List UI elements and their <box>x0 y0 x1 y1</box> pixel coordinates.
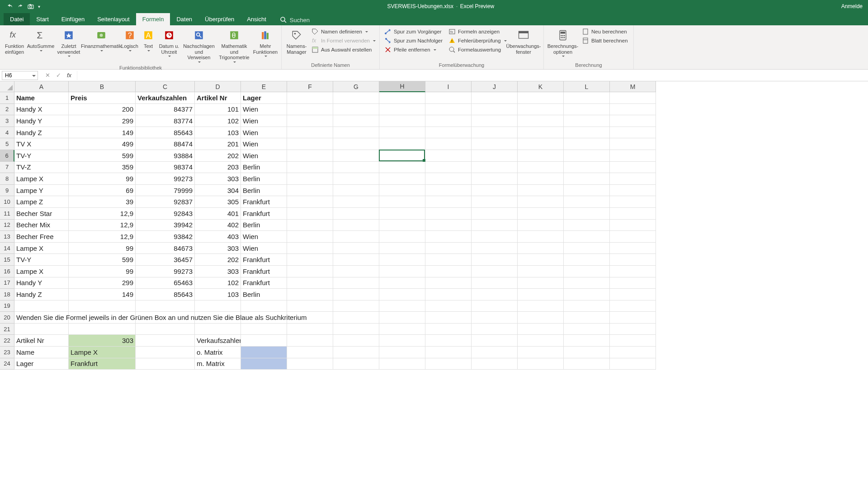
calculate-sheet-button[interactable]: Blatt berechnen <box>580 36 631 45</box>
name-manager-button[interactable]: Namens-Manager <box>284 27 309 56</box>
row-header-13[interactable]: 13 <box>0 231 14 243</box>
cell[interactable] <box>425 173 472 185</box>
column-header-F[interactable]: F <box>287 81 333 92</box>
undo-icon[interactable] <box>6 3 14 10</box>
cell[interactable]: Preis <box>69 92 136 104</box>
cell[interactable]: Handy Y <box>14 115 69 127</box>
cell[interactable] <box>518 115 564 127</box>
cell[interactable] <box>610 254 656 266</box>
cell[interactable]: Name <box>14 347 69 358</box>
column-header-H[interactable]: H <box>379 81 425 92</box>
cell[interactable] <box>472 347 518 358</box>
cell[interactable] <box>472 358 518 370</box>
row-header-3[interactable]: 3 <box>0 115 14 127</box>
cell[interactable]: 149 <box>69 127 136 139</box>
cell[interactable] <box>287 173 333 185</box>
cell[interactable] <box>333 220 379 231</box>
cell[interactable] <box>333 266 379 277</box>
cell[interactable]: 65463 <box>136 277 195 289</box>
tab-start[interactable]: Start <box>30 13 55 25</box>
cell[interactable]: 92843 <box>136 208 195 220</box>
create-from-selection-button[interactable]: Aus Auswahl erstellen <box>310 45 377 54</box>
cell[interactable] <box>333 289 379 300</box>
cell[interactable]: Wien <box>241 231 287 243</box>
cell[interactable] <box>425 208 472 220</box>
cell[interactable]: Wien <box>241 138 287 150</box>
row-header-18[interactable]: 18 <box>0 289 14 300</box>
cell[interactable] <box>610 324 656 335</box>
row-header-12[interactable]: 12 <box>0 220 14 231</box>
cell[interactable] <box>518 324 564 335</box>
cell[interactable] <box>379 173 425 185</box>
cell[interactable] <box>472 231 518 243</box>
cell[interactable]: 93884 <box>136 150 195 162</box>
cell[interactable]: 99273 <box>136 173 195 185</box>
cell[interactable] <box>518 138 564 150</box>
cell[interactable] <box>241 358 287 370</box>
cell[interactable] <box>333 277 379 289</box>
cell[interactable] <box>287 196 333 208</box>
cell[interactable]: TV X <box>14 138 69 150</box>
cell[interactable] <box>564 300 610 312</box>
cell[interactable] <box>610 312 656 324</box>
cell[interactable] <box>425 220 472 231</box>
cell[interactable] <box>610 231 656 243</box>
cell[interactable] <box>610 196 656 208</box>
cell[interactable] <box>425 104 472 116</box>
row-header-10[interactable]: 10 <box>0 196 14 208</box>
cell[interactable]: Artikel Nr <box>14 335 69 347</box>
cell[interactable] <box>518 196 564 208</box>
cell[interactable] <box>425 324 472 335</box>
qat-customize-icon[interactable]: ▾ <box>38 4 40 9</box>
error-checking-button[interactable]: !Fehlerüberprüfung <box>447 36 505 45</box>
cell[interactable] <box>287 162 333 174</box>
cell[interactable]: 12,9 <box>69 220 136 231</box>
cell[interactable]: 93842 <box>136 231 195 243</box>
cell[interactable] <box>425 277 472 289</box>
cell[interactable] <box>610 173 656 185</box>
financial-button[interactable]: Finanzmathematik <box>83 27 119 53</box>
cell[interactable] <box>379 220 425 231</box>
cell[interactable] <box>333 231 379 243</box>
cell[interactable] <box>287 127 333 139</box>
row-header-4[interactable]: 4 <box>0 127 14 139</box>
cell[interactable] <box>610 162 656 174</box>
row-header-21[interactable]: 21 <box>0 324 14 335</box>
cell[interactable]: 85643 <box>136 127 195 139</box>
cell[interactable] <box>472 185 518 197</box>
tab-formulas[interactable]: Formeln <box>136 13 170 25</box>
cell[interactable]: 299 <box>69 277 136 289</box>
tab-file[interactable]: Datei <box>4 13 30 25</box>
cell[interactable] <box>472 243 518 254</box>
cell[interactable]: Handy Y <box>14 277 69 289</box>
cell[interactable] <box>333 185 379 197</box>
cell[interactable]: Berlin <box>241 220 287 231</box>
search-input[interactable] <box>290 17 335 23</box>
cell[interactable]: 299 <box>69 115 136 127</box>
cell[interactable] <box>333 324 379 335</box>
cell[interactable] <box>287 115 333 127</box>
row-header-8[interactable]: 8 <box>0 173 14 185</box>
logical-button[interactable]: ? Logisch <box>120 27 139 53</box>
cell[interactable]: 359 <box>69 162 136 174</box>
cell[interactable]: 84377 <box>136 104 195 116</box>
cell[interactable] <box>379 162 425 174</box>
cell[interactable]: Handy Z <box>14 289 69 300</box>
cell[interactable]: 303 <box>195 173 241 185</box>
cell[interactable] <box>287 347 333 358</box>
cell[interactable] <box>425 127 472 139</box>
cell[interactable] <box>287 254 333 266</box>
datetime-button[interactable]: Datum u. Uhrzeit <box>157 27 181 58</box>
row-header-23[interactable]: 23 <box>0 347 14 358</box>
cell[interactable] <box>518 347 564 358</box>
row-header-17[interactable]: 17 <box>0 277 14 289</box>
cell[interactable] <box>472 150 518 162</box>
cell[interactable] <box>472 208 518 220</box>
cell[interactable] <box>518 104 564 116</box>
cell[interactable]: 599 <box>69 150 136 162</box>
cell[interactable]: 599 <box>69 254 136 266</box>
calculation-options-button[interactable]: Berechnungs-optionen <box>547 27 579 58</box>
cell[interactable]: TV-Y <box>14 254 69 266</box>
cell[interactable]: Berlin <box>241 173 287 185</box>
cell[interactable]: Berlin <box>241 162 287 174</box>
